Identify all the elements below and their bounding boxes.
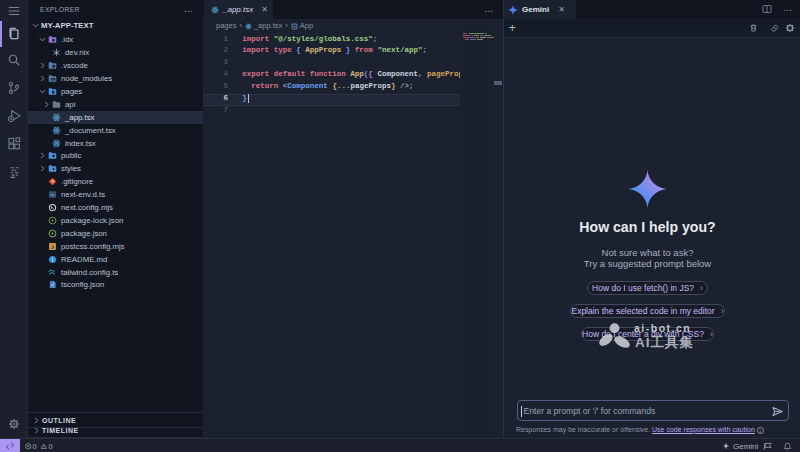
svg-text:ts: ts <box>51 192 54 197</box>
